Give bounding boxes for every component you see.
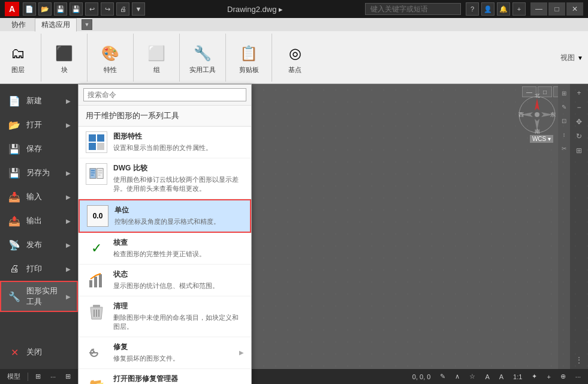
undo-icon[interactable]: ↩ (85, 2, 98, 16)
menu-item-saveas[interactable]: 💾 另存为 ▶ (0, 161, 78, 185)
tool-4[interactable]: ↕ (558, 128, 570, 141)
orbit-icon[interactable]: ↻ (571, 130, 587, 143)
status-more[interactable]: ··· (573, 373, 583, 380)
menu-item-import[interactable]: 📥 输入 ▶ (0, 185, 78, 209)
menu-item-new[interactable]: 📄 新建 ▶ (0, 89, 78, 113)
status-nav-1[interactable]: ✦ (529, 373, 539, 380)
save-as-icon[interactable]: 💾 (70, 2, 83, 16)
menu-item-close[interactable]: ✕ 关闭 (0, 340, 78, 364)
menu-item-save[interactable]: 💾 保存 (0, 137, 78, 161)
status-up-toggle[interactable]: ∧ (453, 373, 462, 380)
tab-featured-apps[interactable]: 精选应用 (35, 18, 77, 32)
tab-cooperation[interactable]: 协作 (5, 18, 32, 32)
account-icon[interactable]: 👤 (481, 2, 494, 16)
dropdown-item-units[interactable]: 0.0 单位 控制坐标及角度的显示格式和精度。 (79, 199, 251, 233)
dropdown-item-open-manager[interactable]: 📂 打开图形修复管理器 显示可以打开的图形文件列表... (79, 369, 251, 384)
svg-rect-0 (90, 169, 96, 179)
menu-item-utility[interactable]: 🔧 图形实用 工具 ▶ (0, 281, 78, 312)
view-arrow-icon[interactable]: ▼ (577, 55, 583, 61)
publish-icon: 📡 (7, 238, 22, 252)
svg-marker-10 (535, 98, 539, 110)
menu-item-print[interactable]: 🖨 打印 ▶ (0, 257, 78, 281)
status-circle-plus[interactable]: ⊕ (558, 373, 568, 380)
dropdown-item-purge[interactable]: 清理 删除图形中未使用的命名项目，如块定义和图层。 (79, 296, 251, 337)
recover-title: 修复 (113, 342, 233, 352)
status-snap-toggle[interactable]: ··· (48, 373, 58, 380)
ribbon-item-clipboard[interactable]: 📋 剪贴板 (236, 41, 262, 74)
ribbon-expand-icon[interactable]: ▼ (82, 19, 92, 30)
ribbon-item-properties[interactable]: 🎨 特性 (97, 41, 123, 74)
menu-item-publish[interactable]: 📡 发布 ▶ (0, 233, 78, 257)
ribbon-sep-2 (87, 34, 88, 82)
new-file-icon[interactable]: 📄 (23, 2, 36, 16)
extents-icon[interactable]: ⊞ (571, 144, 587, 157)
dropdown-search-input[interactable] (83, 88, 246, 101)
status-draw-toggle[interactable]: ✎ (438, 373, 448, 380)
status-star-toggle[interactable]: ☆ (467, 373, 478, 380)
properties-icon: 🎨 (98, 41, 122, 65)
zoom-in-icon[interactable]: + (571, 86, 587, 100)
ribbon-sep-1 (41, 34, 41, 82)
status-text-a2[interactable]: A (497, 373, 506, 380)
basepoint-icon: ◎ (283, 41, 307, 65)
svg-point-14 (535, 112, 539, 117)
dropdown-item-audit[interactable]: ✓ 核查 检查图形的完整性并更正错误。 (79, 233, 251, 265)
toolbar-more-icon[interactable]: ⋮ (571, 353, 587, 367)
recover-icon (86, 342, 107, 364)
tool-2[interactable]: ✎ (558, 100, 570, 113)
dropdown-item-drawing-props[interactable]: 图形特性 设置和显示当前图形的文件属性。 (79, 127, 251, 158)
tool-1[interactable]: ⊞ (558, 86, 570, 100)
ribbon-sep-6 (272, 34, 272, 82)
print-icon: 🖨 (7, 262, 22, 276)
search-input[interactable] (365, 3, 461, 15)
addon-icon[interactable]: + (512, 2, 526, 16)
dwg-compare-content: DWG 比较 使用颜色和修订云线比较两个图形以显示差异。使用前头来查看每组更改。 (113, 163, 244, 194)
audit-title: 核查 (113, 238, 244, 248)
redo-icon[interactable]: ↪ (101, 2, 114, 16)
menu-item-export[interactable]: 📤 输出 ▶ (0, 209, 78, 233)
status-grid-toggle[interactable]: ⊞ (33, 373, 43, 380)
units-icon: 0.0 (87, 205, 108, 227)
status-scale[interactable]: 1:1 (511, 373, 524, 380)
zoom-out-icon[interactable]: − (571, 101, 587, 114)
open-manager-icon: 📂 (86, 374, 107, 384)
close-button[interactable]: ✕ (566, 2, 583, 16)
status-model-tab[interactable]: 模型 (5, 372, 23, 381)
notification-icon[interactable]: 🔔 (497, 2, 510, 16)
recover-desc: 修复损坏的图形文件。 (113, 354, 233, 363)
dropdown-item-status[interactable]: 状态 显示图形的统计信息、模式和范围。 (79, 265, 251, 296)
workspace-dropdown-icon[interactable]: ▼ (132, 2, 145, 16)
svg-rect-1 (97, 169, 103, 179)
ribbon-item-group[interactable]: ⬜ 组 (143, 41, 170, 74)
status-ortho-toggle[interactable]: ⊞ (63, 373, 73, 380)
save-icon[interactable]: 💾 (54, 2, 67, 16)
ribbon-item-basepoint[interactable]: ◎ 基点 (282, 41, 308, 74)
help-icon[interactable]: ? (466, 2, 479, 16)
menu-item-open[interactable]: 📂 打开 ▶ (0, 113, 78, 137)
wcs-label: WCS ▾ (530, 135, 553, 143)
svg-text:南: 南 (535, 128, 540, 134)
tool-3[interactable]: ⊡ (558, 114, 570, 127)
status-plus[interactable]: + (544, 373, 553, 380)
document-title: Drawing2.dwg ▸ (145, 5, 365, 14)
menu-export-label: 输出 (26, 215, 42, 226)
maximize-button[interactable]: □ (548, 2, 565, 16)
status-text-a[interactable]: A (483, 373, 491, 380)
dropdown-item-recover[interactable]: 修复 修复损坏的图形文件。 ▶ (79, 337, 251, 369)
pan-icon[interactable]: ✥ (571, 115, 587, 128)
ribbon-item-block[interactable]: ⬛ 块 (51, 41, 77, 74)
dropdown-item-dwg-compare[interactable]: DWG 比较 使用颜色和修订云线比较两个图形以显示差异。使用前头来查看每组更改。 (79, 158, 251, 199)
ribbon-item-utilities[interactable]: 🔧 实用工具 (189, 41, 216, 74)
open-arrow-icon: ▶ (66, 122, 71, 128)
recover-content: 修复 修复损坏的图形文件。 (113, 342, 233, 363)
open-manager-title: 打开图形修复管理器 (113, 374, 244, 384)
plot-icon[interactable]: 🖨 (116, 2, 129, 16)
audit-icon: ✓ (86, 238, 107, 259)
menu-utility-label: 图形实用 工具 (26, 286, 58, 307)
tool-5[interactable]: ✂ (558, 142, 570, 155)
publish-arrow-icon: ▶ (66, 242, 71, 248)
purge-content: 清理 删除图形中未使用的命名项目，如块定义和图层。 (113, 301, 244, 332)
minimize-button[interactable]: — (530, 2, 547, 16)
open-file-icon[interactable]: 📂 (38, 2, 52, 16)
ribbon-item-layer[interactable]: 🗂 图层 (5, 41, 31, 74)
